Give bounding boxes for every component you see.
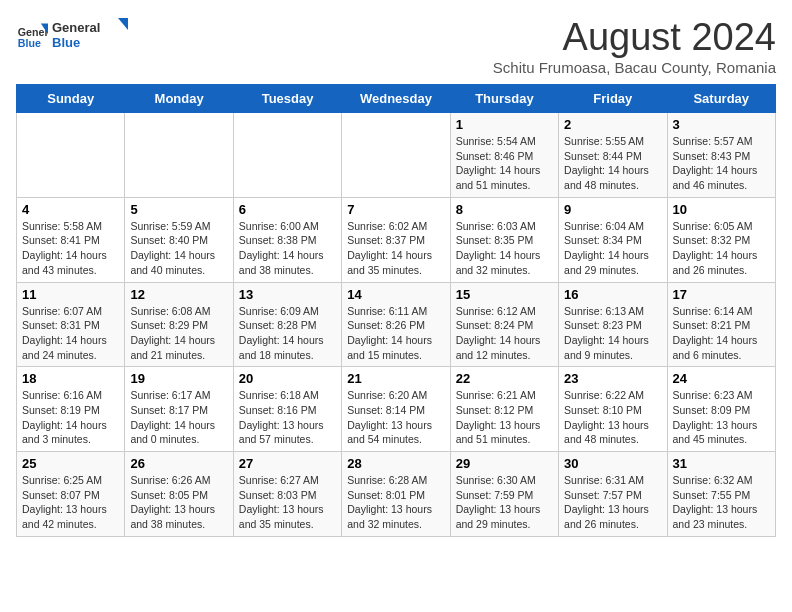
- svg-marker-5: [118, 18, 128, 30]
- calendar-cell: 18Sunrise: 6:16 AM Sunset: 8:19 PM Dayli…: [17, 367, 125, 452]
- day-number: 26: [130, 456, 227, 471]
- day-number: 5: [130, 202, 227, 217]
- weekday-header-monday: Monday: [125, 85, 233, 113]
- day-number: 13: [239, 287, 336, 302]
- calendar-cell: 24Sunrise: 6:23 AM Sunset: 8:09 PM Dayli…: [667, 367, 775, 452]
- weekday-header-sunday: Sunday: [17, 85, 125, 113]
- day-number: 28: [347, 456, 444, 471]
- day-number: 21: [347, 371, 444, 386]
- calendar-cell: 14Sunrise: 6:11 AM Sunset: 8:26 PM Dayli…: [342, 282, 450, 367]
- day-number: 7: [347, 202, 444, 217]
- calendar-week-row: 18Sunrise: 6:16 AM Sunset: 8:19 PM Dayli…: [17, 367, 776, 452]
- calendar-table: SundayMondayTuesdayWednesdayThursdayFrid…: [16, 84, 776, 537]
- calendar-cell: 15Sunrise: 6:12 AM Sunset: 8:24 PM Dayli…: [450, 282, 558, 367]
- calendar-cell: 30Sunrise: 6:31 AM Sunset: 7:57 PM Dayli…: [559, 452, 667, 537]
- day-info: Sunrise: 6:23 AM Sunset: 8:09 PM Dayligh…: [673, 388, 770, 447]
- calendar-week-row: 1Sunrise: 5:54 AM Sunset: 8:46 PM Daylig…: [17, 113, 776, 198]
- day-number: 24: [673, 371, 770, 386]
- weekday-header-friday: Friday: [559, 85, 667, 113]
- calendar-cell: 10Sunrise: 6:05 AM Sunset: 8:32 PM Dayli…: [667, 197, 775, 282]
- day-number: 2: [564, 117, 661, 132]
- weekday-header-wednesday: Wednesday: [342, 85, 450, 113]
- day-number: 20: [239, 371, 336, 386]
- calendar-cell: 20Sunrise: 6:18 AM Sunset: 8:16 PM Dayli…: [233, 367, 341, 452]
- day-info: Sunrise: 6:17 AM Sunset: 8:17 PM Dayligh…: [130, 388, 227, 447]
- calendar-cell: 17Sunrise: 6:14 AM Sunset: 8:21 PM Dayli…: [667, 282, 775, 367]
- day-info: Sunrise: 6:11 AM Sunset: 8:26 PM Dayligh…: [347, 304, 444, 363]
- day-number: 12: [130, 287, 227, 302]
- title-block: August 2024 Schitu Frumoasa, Bacau Count…: [493, 16, 776, 76]
- page-header: General Blue General Blue August 2024 Sc…: [16, 16, 776, 76]
- day-info: Sunrise: 5:57 AM Sunset: 8:43 PM Dayligh…: [673, 134, 770, 193]
- day-number: 3: [673, 117, 770, 132]
- day-info: Sunrise: 6:07 AM Sunset: 8:31 PM Dayligh…: [22, 304, 119, 363]
- calendar-cell: [17, 113, 125, 198]
- calendar-week-row: 25Sunrise: 6:25 AM Sunset: 8:07 PM Dayli…: [17, 452, 776, 537]
- calendar-cell: 1Sunrise: 5:54 AM Sunset: 8:46 PM Daylig…: [450, 113, 558, 198]
- calendar-cell: 26Sunrise: 6:26 AM Sunset: 8:05 PM Dayli…: [125, 452, 233, 537]
- day-info: Sunrise: 6:02 AM Sunset: 8:37 PM Dayligh…: [347, 219, 444, 278]
- day-number: 22: [456, 371, 553, 386]
- calendar-cell: 4Sunrise: 5:58 AM Sunset: 8:41 PM Daylig…: [17, 197, 125, 282]
- day-info: Sunrise: 6:00 AM Sunset: 8:38 PM Dayligh…: [239, 219, 336, 278]
- day-info: Sunrise: 6:09 AM Sunset: 8:28 PM Dayligh…: [239, 304, 336, 363]
- month-title: August 2024: [493, 16, 776, 59]
- calendar-cell: 27Sunrise: 6:27 AM Sunset: 8:03 PM Dayli…: [233, 452, 341, 537]
- location-subtitle: Schitu Frumoasa, Bacau County, Romania: [493, 59, 776, 76]
- day-number: 15: [456, 287, 553, 302]
- day-info: Sunrise: 6:12 AM Sunset: 8:24 PM Dayligh…: [456, 304, 553, 363]
- svg-text:General: General: [52, 20, 100, 35]
- calendar-cell: 11Sunrise: 6:07 AM Sunset: 8:31 PM Dayli…: [17, 282, 125, 367]
- weekday-header-row: SundayMondayTuesdayWednesdayThursdayFrid…: [17, 85, 776, 113]
- calendar-cell: 6Sunrise: 6:00 AM Sunset: 8:38 PM Daylig…: [233, 197, 341, 282]
- calendar-cell: 12Sunrise: 6:08 AM Sunset: 8:29 PM Dayli…: [125, 282, 233, 367]
- calendar-cell: 16Sunrise: 6:13 AM Sunset: 8:23 PM Dayli…: [559, 282, 667, 367]
- day-number: 30: [564, 456, 661, 471]
- day-number: 19: [130, 371, 227, 386]
- svg-text:Blue: Blue: [18, 37, 41, 49]
- calendar-cell: 13Sunrise: 6:09 AM Sunset: 8:28 PM Dayli…: [233, 282, 341, 367]
- day-info: Sunrise: 6:04 AM Sunset: 8:34 PM Dayligh…: [564, 219, 661, 278]
- day-number: 6: [239, 202, 336, 217]
- day-info: Sunrise: 6:22 AM Sunset: 8:10 PM Dayligh…: [564, 388, 661, 447]
- day-info: Sunrise: 5:59 AM Sunset: 8:40 PM Dayligh…: [130, 219, 227, 278]
- calendar-cell: 28Sunrise: 6:28 AM Sunset: 8:01 PM Dayli…: [342, 452, 450, 537]
- day-info: Sunrise: 6:14 AM Sunset: 8:21 PM Dayligh…: [673, 304, 770, 363]
- calendar-cell: 5Sunrise: 5:59 AM Sunset: 8:40 PM Daylig…: [125, 197, 233, 282]
- logo-icon: General Blue: [16, 20, 48, 52]
- day-number: 8: [456, 202, 553, 217]
- day-info: Sunrise: 6:25 AM Sunset: 8:07 PM Dayligh…: [22, 473, 119, 532]
- day-number: 31: [673, 456, 770, 471]
- day-info: Sunrise: 6:26 AM Sunset: 8:05 PM Dayligh…: [130, 473, 227, 532]
- calendar-cell: [342, 113, 450, 198]
- weekday-header-tuesday: Tuesday: [233, 85, 341, 113]
- day-number: 17: [673, 287, 770, 302]
- calendar-cell: 29Sunrise: 6:30 AM Sunset: 7:59 PM Dayli…: [450, 452, 558, 537]
- calendar-cell: 3Sunrise: 5:57 AM Sunset: 8:43 PM Daylig…: [667, 113, 775, 198]
- day-info: Sunrise: 6:32 AM Sunset: 7:55 PM Dayligh…: [673, 473, 770, 532]
- calendar-cell: 25Sunrise: 6:25 AM Sunset: 8:07 PM Dayli…: [17, 452, 125, 537]
- day-info: Sunrise: 6:08 AM Sunset: 8:29 PM Dayligh…: [130, 304, 227, 363]
- calendar-cell: 2Sunrise: 5:55 AM Sunset: 8:44 PM Daylig…: [559, 113, 667, 198]
- day-number: 16: [564, 287, 661, 302]
- day-info: Sunrise: 5:54 AM Sunset: 8:46 PM Dayligh…: [456, 134, 553, 193]
- calendar-cell: 9Sunrise: 6:04 AM Sunset: 8:34 PM Daylig…: [559, 197, 667, 282]
- svg-text:Blue: Blue: [52, 35, 80, 50]
- weekday-header-thursday: Thursday: [450, 85, 558, 113]
- calendar-week-row: 4Sunrise: 5:58 AM Sunset: 8:41 PM Daylig…: [17, 197, 776, 282]
- day-info: Sunrise: 6:05 AM Sunset: 8:32 PM Dayligh…: [673, 219, 770, 278]
- day-number: 27: [239, 456, 336, 471]
- day-info: Sunrise: 6:21 AM Sunset: 8:12 PM Dayligh…: [456, 388, 553, 447]
- day-info: Sunrise: 6:27 AM Sunset: 8:03 PM Dayligh…: [239, 473, 336, 532]
- day-info: Sunrise: 6:28 AM Sunset: 8:01 PM Dayligh…: [347, 473, 444, 532]
- calendar-cell: [125, 113, 233, 198]
- day-number: 9: [564, 202, 661, 217]
- day-info: Sunrise: 6:30 AM Sunset: 7:59 PM Dayligh…: [456, 473, 553, 532]
- day-number: 14: [347, 287, 444, 302]
- calendar-cell: 8Sunrise: 6:03 AM Sunset: 8:35 PM Daylig…: [450, 197, 558, 282]
- day-number: 25: [22, 456, 119, 471]
- day-number: 11: [22, 287, 119, 302]
- day-info: Sunrise: 6:18 AM Sunset: 8:16 PM Dayligh…: [239, 388, 336, 447]
- calendar-cell: [233, 113, 341, 198]
- day-number: 1: [456, 117, 553, 132]
